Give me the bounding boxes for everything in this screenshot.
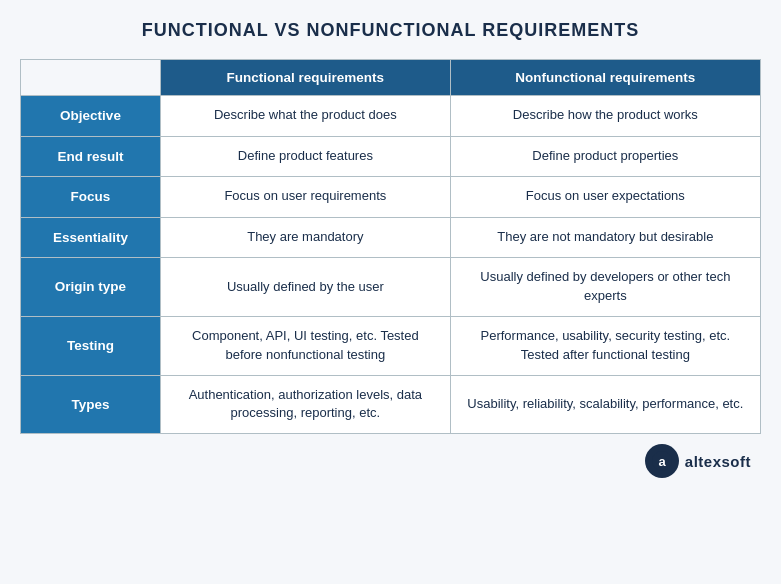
row-label: Origin type xyxy=(21,258,161,317)
table-row: TestingComponent, API, UI testing, etc. … xyxy=(21,316,761,375)
empty-header xyxy=(21,60,161,96)
row-col2: Define product properties xyxy=(450,136,760,177)
row-label: Focus xyxy=(21,177,161,218)
table-row: TypesAuthentication, authorization level… xyxy=(21,375,761,434)
row-label: Types xyxy=(21,375,161,434)
comparison-table: Functional requirements Nonfunctional re… xyxy=(20,59,761,434)
svg-text:a: a xyxy=(658,454,666,469)
page-title: FUNCTIONAL vs NONFUNCTIONAL REQUIREMENTS xyxy=(142,20,639,41)
brand-logo: a altexsoft xyxy=(645,444,751,478)
col2-header: Nonfunctional requirements xyxy=(450,60,760,96)
row-label: Objective xyxy=(21,96,161,137)
row-col1: Component, API, UI testing, etc. Tested … xyxy=(161,316,451,375)
brand-name: altexsoft xyxy=(685,453,751,470)
row-col2: Describe how the product works xyxy=(450,96,760,137)
table-row: Origin typeUsually defined by the userUs… xyxy=(21,258,761,317)
table-row: End resultDefine product featuresDefine … xyxy=(21,136,761,177)
row-col1: They are mandatory xyxy=(161,217,451,258)
brand-icon: a xyxy=(645,444,679,478)
col1-header: Functional requirements xyxy=(161,60,451,96)
row-col2: Usability, reliability, scalability, per… xyxy=(450,375,760,434)
table-row: FocusFocus on user requirementsFocus on … xyxy=(21,177,761,218)
row-label: End result xyxy=(21,136,161,177)
row-col2: Performance, usability, security testing… xyxy=(450,316,760,375)
row-col2: Focus on user expectations xyxy=(450,177,760,218)
table-row: ObjectiveDescribe what the product doesD… xyxy=(21,96,761,137)
row-col2: They are not mandatory but desirable xyxy=(450,217,760,258)
row-label: Testing xyxy=(21,316,161,375)
row-col1: Define product features xyxy=(161,136,451,177)
row-col1: Usually defined by the user xyxy=(161,258,451,317)
row-col1: Authentication, authorization levels, da… xyxy=(161,375,451,434)
row-col2: Usually defined by developers or other t… xyxy=(450,258,760,317)
footer-area: a altexsoft xyxy=(20,444,761,478)
row-col1: Focus on user requirements xyxy=(161,177,451,218)
row-col1: Describe what the product does xyxy=(161,96,451,137)
row-label: Essentiality xyxy=(21,217,161,258)
table-row: EssentialityThey are mandatoryThey are n… xyxy=(21,217,761,258)
